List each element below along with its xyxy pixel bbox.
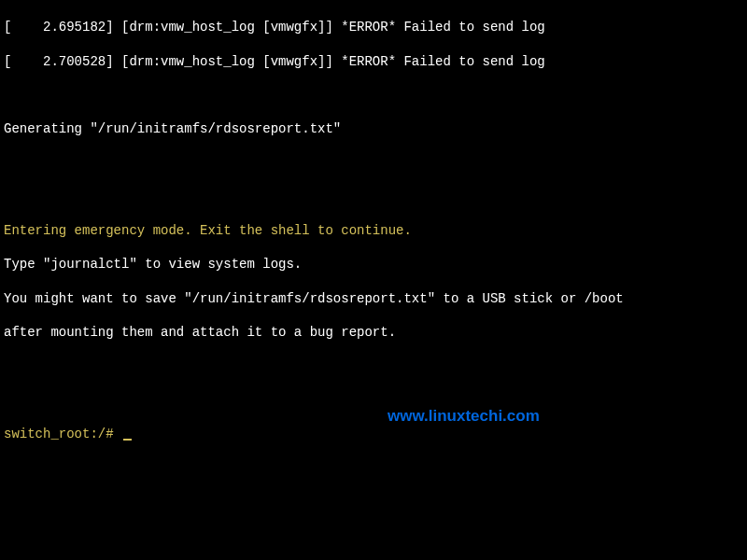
blank-line [4, 155, 743, 172]
watermark-text: www.linuxtechi.com [388, 406, 540, 427]
blank-line [4, 189, 743, 205]
shell-prompt-line[interactable]: switch_root:/# [4, 426, 743, 442]
shell-prompt: switch_root:/# [4, 427, 121, 441]
save-hint-line: You might want to save "/run/initramfs/r… [4, 290, 743, 307]
journalctl-hint-line: Type "journalctl" to view system logs. [4, 256, 743, 273]
bug-report-line: after mounting them and attach it to a b… [4, 324, 743, 341]
terminal-output[interactable]: [ 2.695182] [drm:vmw_host_log [vmwgfx]] … [0, 0, 747, 461]
cursor-icon [123, 439, 132, 441]
blank-line [4, 87, 743, 104]
blank-line [4, 392, 743, 409]
generating-line: Generating "/run/initramfs/rdsosreport.t… [4, 120, 743, 137]
kernel-log-line: [ 2.700528] [drm:vmw_host_log [vmwgfx]] … [4, 53, 743, 70]
kernel-log-line: [ 2.695182] [drm:vmw_host_log [vmwgfx]] … [4, 19, 743, 35]
blank-line [4, 357, 743, 374]
emergency-mode-line: Entering emergency mode. Exit the shell … [4, 222, 743, 239]
